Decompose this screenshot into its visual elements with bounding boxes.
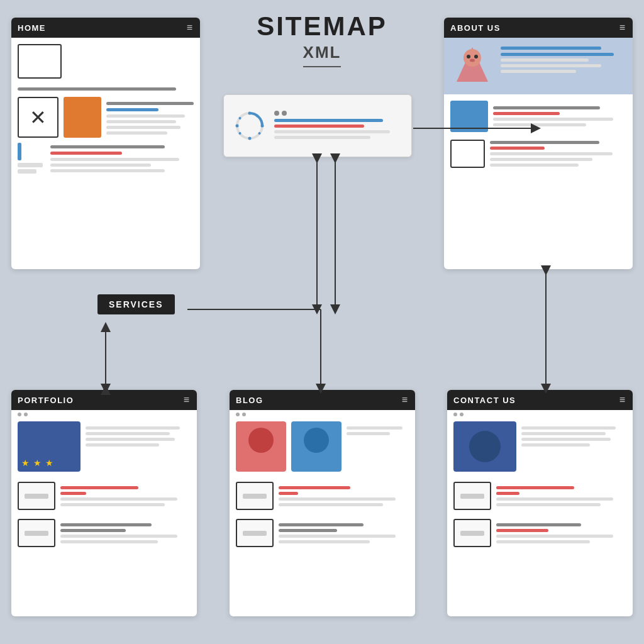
contact-dots bbox=[447, 410, 633, 416]
portfolio-dots bbox=[11, 410, 197, 416]
blog-bar: BLOG ≡ bbox=[230, 390, 415, 410]
contact-card: CONTACT US ≡ bbox=[447, 390, 633, 616]
about-card: ABOUT US ≡ bbox=[444, 18, 633, 269]
portfolio-bar: PORTFOLIO ≡ bbox=[11, 390, 197, 410]
home-top-placeholder bbox=[18, 44, 62, 79]
home-card: HOME ≡ ✕ bbox=[11, 18, 200, 269]
contact-thumb-2 bbox=[453, 519, 491, 547]
portfolio-hero-image: ★ ★ ★ bbox=[18, 421, 80, 472]
xml-spinner-icon bbox=[233, 109, 267, 143]
about-top bbox=[444, 38, 633, 94]
home-bar: HOME ≡ bbox=[11, 18, 200, 38]
xml-card bbox=[223, 94, 412, 157]
mascot-icon bbox=[450, 44, 494, 88]
portfolio-side-lines bbox=[86, 421, 191, 472]
svg-point-12 bbox=[474, 55, 478, 58]
about-top-lines bbox=[501, 44, 626, 75]
portfolio-section-2 bbox=[11, 515, 197, 551]
contact-thumb-1 bbox=[453, 482, 491, 510]
blog-card: BLOG ≡ bbox=[230, 390, 415, 616]
about-bar: ABOUT US ≡ bbox=[444, 18, 633, 38]
portfolio-thumb-2 bbox=[18, 519, 55, 547]
blog-image-blue bbox=[291, 421, 341, 472]
portfolio-top: ★ ★ ★ bbox=[11, 416, 197, 477]
about-outline-placeholder bbox=[450, 140, 485, 168]
portfolio-thumb-1 bbox=[18, 482, 55, 510]
contact-label: CONTACT US bbox=[453, 396, 516, 405]
contact-menu-icon[interactable]: ≡ bbox=[619, 394, 626, 406]
blog-section-2 bbox=[230, 515, 415, 551]
blog-dots bbox=[230, 410, 415, 416]
portfolio-label: PORTFOLIO bbox=[18, 396, 74, 405]
svg-point-16 bbox=[261, 125, 264, 128]
blog-section-1 bbox=[230, 478, 415, 514]
blog-image-pink bbox=[236, 421, 286, 472]
svg-point-11 bbox=[467, 55, 470, 58]
svg-point-19 bbox=[256, 115, 258, 118]
portfolio-section-1 bbox=[11, 478, 197, 514]
about-row-1 bbox=[450, 101, 626, 132]
contact-hero-image bbox=[453, 421, 516, 472]
blog-thumb-2 bbox=[236, 519, 274, 547]
about-label: ABOUT US bbox=[450, 23, 501, 33]
portfolio-menu-icon[interactable]: ≡ bbox=[184, 394, 191, 406]
blog-menu-icon[interactable]: ≡ bbox=[402, 394, 409, 406]
home-text-lines bbox=[106, 97, 194, 138]
contact-section-1 bbox=[447, 478, 633, 514]
home-label: HOME bbox=[18, 23, 46, 33]
home-main-row: ✕ bbox=[18, 97, 194, 138]
svg-point-21 bbox=[258, 132, 261, 135]
svg-point-17 bbox=[248, 137, 252, 140]
contact-side-lines bbox=[521, 421, 626, 472]
blog-thumb-1 bbox=[236, 482, 274, 510]
svg-point-15 bbox=[248, 112, 252, 115]
about-row-2 bbox=[450, 138, 626, 169]
blog-label: BLOG bbox=[236, 396, 264, 405]
xml-text-lines bbox=[274, 111, 402, 142]
portfolio-card: PORTFOLIO ≡ ★ ★ ★ bbox=[11, 390, 197, 616]
svg-point-10 bbox=[464, 49, 481, 67]
home-bottom-section bbox=[18, 143, 194, 175]
blog-side-lines bbox=[347, 421, 409, 472]
home-menu-icon[interactable]: ≡ bbox=[187, 22, 194, 33]
xml-content bbox=[224, 95, 411, 157]
svg-point-20 bbox=[239, 132, 242, 135]
blog-top bbox=[230, 416, 415, 477]
stars-icon: ★ ★ ★ bbox=[21, 458, 54, 468]
contact-section-2 bbox=[447, 515, 633, 551]
services-label: SERVICES bbox=[97, 294, 175, 314]
svg-point-18 bbox=[236, 125, 239, 128]
home-x-placeholder: ✕ bbox=[18, 97, 58, 138]
title-divider bbox=[303, 66, 341, 67]
home-content: ✕ bbox=[11, 38, 200, 181]
about-menu-icon[interactable]: ≡ bbox=[619, 22, 626, 33]
svg-point-13 bbox=[470, 59, 475, 62]
home-orange-placeholder bbox=[64, 97, 101, 138]
svg-point-22 bbox=[239, 117, 242, 119]
contact-top bbox=[447, 416, 633, 477]
contact-bar: CONTACT US ≡ bbox=[447, 390, 633, 410]
about-body bbox=[444, 94, 633, 182]
about-blue-placeholder bbox=[450, 101, 488, 132]
